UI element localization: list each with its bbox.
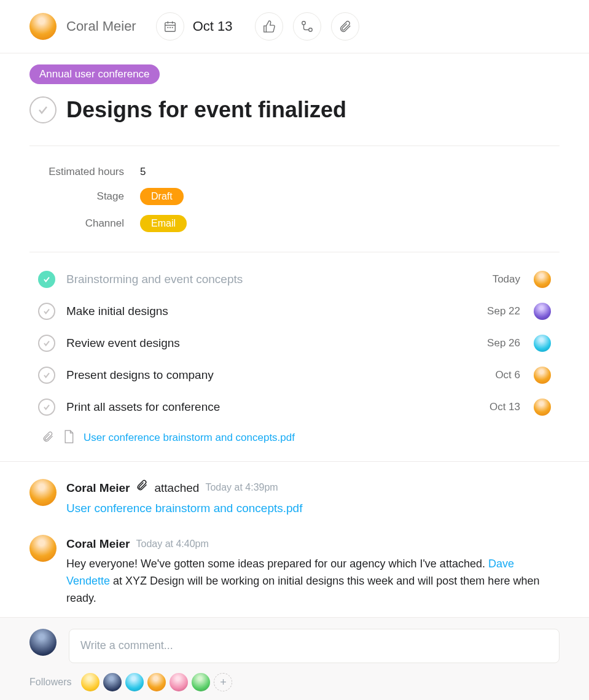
subtask-date: Sep 22: [487, 305, 520, 317]
like-button[interactable]: [255, 12, 283, 41]
project-pill[interactable]: Annual user conference: [29, 64, 160, 84]
subtask-check-icon[interactable]: [38, 303, 55, 320]
activity-feed: Coral MeierattachedToday at 4:39pmUser c…: [0, 461, 589, 631]
subtask-date: Oct 6: [495, 369, 520, 381]
svg-point-7: [302, 21, 305, 25]
title-section: Annual user conference Designs for event…: [0, 53, 589, 131]
field-value-pill: Draft: [140, 188, 184, 205]
paperclip-icon: [136, 479, 148, 497]
attachment-button[interactable]: [331, 12, 359, 41]
attachment-row[interactable]: User conference brainstorm and concepts.…: [29, 423, 560, 461]
subtask-title: Present designs to company: [66, 368, 484, 382]
subtask-check-icon[interactable]: [38, 367, 55, 384]
subtask-check-icon[interactable]: [38, 271, 55, 288]
follower-stack: +: [81, 673, 232, 691]
follower-avatar[interactable]: [170, 673, 188, 691]
owner-name[interactable]: Coral Meier: [66, 18, 136, 34]
activity-author[interactable]: Coral Meier: [66, 535, 130, 553]
subtask-title: Review event designs: [66, 336, 476, 350]
subtask-assignee-avatar[interactable]: [534, 399, 551, 416]
field-estimated-hours[interactable]: Estimated hours 5: [29, 161, 560, 183]
svg-point-6: [172, 27, 173, 28]
subtask-title: Make initial designs: [66, 305, 476, 318]
field-value-pill: Email: [140, 215, 187, 232]
activity-text: Hey everyone! We've gotten some ideas pr…: [66, 556, 560, 607]
subtask-date: Oct 13: [490, 401, 520, 413]
follower-avatar[interactable]: [192, 673, 210, 691]
followers-label: Followers: [29, 677, 71, 688]
field-stage[interactable]: Stage Draft: [29, 183, 560, 210]
subtask-assignee-avatar[interactable]: [534, 335, 551, 352]
activity-author[interactable]: Coral Meier: [66, 479, 130, 497]
follower-avatar[interactable]: [81, 673, 99, 691]
subtask-title: Print all assets for conference: [66, 400, 478, 414]
subtask-row[interactable]: Review event designsSep 26: [29, 327, 560, 359]
subtask-date: Sep 26: [487, 337, 520, 349]
subtask-title: Brainstorming and event concepts: [66, 273, 482, 286]
activity-avatar[interactable]: [29, 535, 57, 562]
subtask-button[interactable]: [293, 12, 321, 41]
task-title[interactable]: Designs for event finalized: [66, 97, 346, 123]
subtask-row[interactable]: Present designs to companyOct 6: [29, 359, 560, 391]
subtask-list: Brainstorming and event conceptsTodayMak…: [0, 252, 589, 461]
due-date[interactable]: Oct 13: [156, 12, 233, 41]
activity-time: Today at 4:40pm: [136, 537, 208, 552]
activity-attachment-link[interactable]: User conference brainstorm and concepts.…: [66, 499, 302, 517]
activity-time: Today at 4:39pm: [205, 480, 278, 496]
svg-point-8: [308, 28, 312, 32]
paperclip-icon: [42, 430, 54, 445]
footer: Write a comment... Followers +: [0, 617, 589, 700]
activity-item: Coral MeierToday at 4:40pmHey everyone! …: [29, 530, 560, 619]
follower-avatar[interactable]: [125, 673, 144, 691]
subtask-row[interactable]: Print all assets for conferenceOct 13: [29, 391, 560, 423]
subtask-assignee-avatar[interactable]: [534, 303, 551, 320]
follower-avatar[interactable]: [147, 673, 166, 691]
attachment-link[interactable]: User conference brainstorm and concepts.…: [84, 432, 295, 444]
complete-task-button[interactable]: [29, 96, 57, 123]
subtask-check-icon[interactable]: [38, 399, 55, 416]
field-channel[interactable]: Channel Email: [29, 210, 560, 237]
subtask-assignee-avatar[interactable]: [534, 367, 551, 384]
subtask-row[interactable]: Brainstorming and event conceptsToday: [29, 263, 560, 295]
custom-fields: Estimated hours 5 Stage Draft Channel Em…: [29, 146, 560, 252]
subtask-check-icon[interactable]: [38, 335, 55, 352]
calendar-icon[interactable]: [156, 12, 184, 41]
subtask-assignee-avatar[interactable]: [534, 271, 551, 288]
comment-input[interactable]: Write a comment...: [69, 629, 560, 663]
field-label: Stage: [29, 190, 140, 203]
due-date-text: Oct 13: [193, 18, 233, 34]
svg-point-4: [168, 27, 168, 28]
activity-avatar[interactable]: [29, 479, 57, 506]
field-value: 5: [140, 166, 146, 178]
task-header: Coral Meier Oct 13: [0, 0, 589, 53]
add-follower-button[interactable]: +: [214, 673, 232, 691]
subtask-date: Today: [493, 273, 520, 286]
owner-avatar[interactable]: [29, 13, 57, 40]
file-icon: [63, 429, 75, 446]
activity-action: attached: [154, 479, 199, 497]
current-user-avatar[interactable]: [29, 629, 57, 656]
subtask-row[interactable]: Make initial designsSep 22: [29, 295, 560, 327]
activity-item: Coral MeierattachedToday at 4:39pmUser c…: [29, 474, 560, 530]
field-label: Channel: [29, 217, 140, 230]
follower-avatar[interactable]: [103, 673, 122, 691]
svg-point-5: [170, 27, 170, 28]
field-label: Estimated hours: [29, 166, 140, 178]
